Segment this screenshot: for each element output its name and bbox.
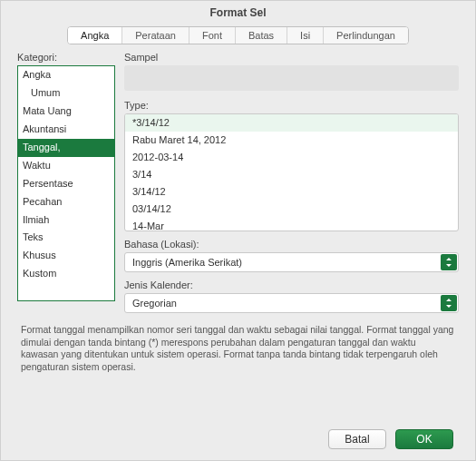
category-item[interactable]: Akuntansi	[18, 121, 114, 139]
locale-label: Bahasa (Lokasi):	[124, 239, 459, 250]
type-item[interactable]: 2012-03-14	[125, 149, 458, 166]
sample-label: Sampel	[124, 52, 459, 63]
calendar-label: Jenis Kalender:	[124, 280, 459, 290]
format-cells-dialog: Format Sel AngkaPerataanFontBatasIsiPerl…	[0, 0, 476, 461]
type-item[interactable]: 03/14/12	[125, 201, 458, 218]
dialog-title: Format Sel	[1, 1, 475, 23]
ok-button[interactable]: OK	[395, 429, 453, 449]
description-text: Format tanggal menampilkan nomor seri ta…	[1, 313, 475, 374]
type-item[interactable]: *3/14/12	[125, 114, 458, 132]
category-item[interactable]: Teks	[18, 229, 114, 247]
category-item[interactable]: Mata Uang	[18, 103, 114, 121]
sample-box	[124, 65, 459, 91]
tab-bar: AngkaPerataanFontBatasIsiPerlindungan	[1, 23, 475, 44]
tab-isi[interactable]: Isi	[287, 27, 324, 44]
tab-angka[interactable]: Angka	[68, 27, 122, 44]
tab-font[interactable]: Font	[189, 27, 236, 44]
locale-select[interactable]: Inggris (Amerika Serikat)	[124, 252, 459, 272]
type-item[interactable]: 3/14/12	[125, 183, 458, 201]
category-item[interactable]: Waktu	[18, 157, 114, 175]
category-item[interactable]: Pecahan	[18, 193, 114, 211]
category-label: Kategori:	[17, 52, 115, 63]
category-item[interactable]: Persentase	[18, 175, 114, 193]
category-item[interactable]: Tanggal,	[18, 139, 114, 157]
category-list[interactable]: AngkaUmumMata UangAkuntansiTanggal,Waktu…	[17, 65, 115, 301]
category-item[interactable]: Kustom	[18, 265, 114, 283]
dialog-footer: Batal OK	[328, 429, 453, 449]
calendar-select-value: Gregorian	[124, 293, 459, 313]
chevron-updown-icon	[441, 295, 457, 311]
category-item[interactable]: Ilmiah	[18, 211, 114, 230]
tab-strip: AngkaPerataanFontBatasIsiPerlindungan	[67, 26, 409, 44]
category-item[interactable]: Angka	[18, 66, 114, 84]
type-label: Type:	[124, 100, 459, 111]
category-item[interactable]: Khusus	[18, 247, 114, 265]
calendar-select[interactable]: Gregorian	[124, 293, 459, 313]
locale-select-value: Inggris (Amerika Serikat)	[124, 252, 459, 272]
tab-batas[interactable]: Batas	[236, 27, 287, 44]
chevron-updown-icon	[441, 254, 457, 270]
tab-perataan[interactable]: Perataan	[122, 27, 189, 44]
type-list[interactable]: *3/14/12Rabu Maret 14, 20122012-03-143/1…	[124, 113, 459, 231]
type-item[interactable]: Rabu Maret 14, 2012	[125, 132, 458, 149]
tab-perlindungan[interactable]: Perlindungan	[324, 27, 408, 44]
cancel-button[interactable]: Batal	[328, 429, 386, 449]
category-item[interactable]: Umum	[18, 84, 114, 103]
type-item[interactable]: 3/14	[125, 166, 458, 183]
type-item[interactable]: 14-Mar	[125, 218, 458, 231]
